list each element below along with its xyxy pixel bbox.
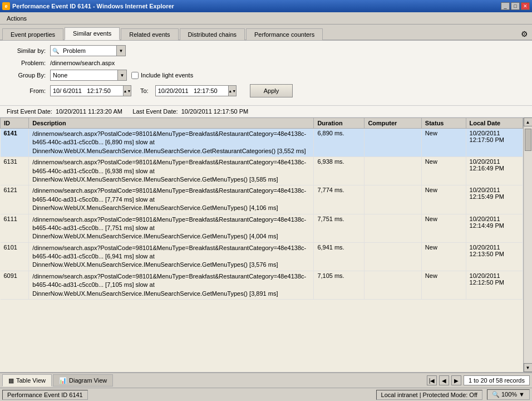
group-by-dropdown-btn[interactable]: ▼ — [117, 70, 126, 80]
cell-id: 6101 — [1, 242, 29, 271]
col-local-date[interactable]: Local Date — [466, 118, 523, 129]
last-event-value: 10/20/2011 12:17:50 PM — [181, 108, 248, 115]
zoom-level: 🔍 100% ▼ — [487, 389, 530, 400]
from-spin[interactable]: ▲▼ — [123, 86, 131, 96]
table-view-icon: ▦ — [8, 377, 14, 384]
cell-duration: 6,890 ms. — [314, 129, 364, 157]
bottom-bar: ▦ Table View 📊 Diagram View |◀ ◀ ▶ 1 to … — [0, 372, 532, 388]
table-wrapper: ID Description Duration Computer Status … — [0, 118, 532, 372]
similar-by-input[interactable] — [61, 46, 116, 56]
minimize-button[interactable]: _ — [501, 2, 510, 10]
cell-id: 6091 — [1, 271, 29, 299]
menu-bar: Actions — [0, 12, 532, 25]
problem-label: Problem: — [7, 60, 46, 66]
group-by-input[interactable] — [51, 70, 117, 80]
window-title: Performance Event ID 6141 - Windows Inte… — [12, 3, 174, 9]
scroll-down[interactable]: ▼ — [524, 363, 533, 372]
cell-computer — [364, 242, 421, 271]
group-by-label: Group By: — [7, 72, 46, 79]
cell-status: New — [421, 129, 466, 157]
scroll-up[interactable]: ▲ — [524, 118, 533, 126]
to-label: To: — [140, 87, 149, 94]
col-description[interactable]: Description — [29, 118, 314, 129]
similar-by-label: Similar by: — [7, 47, 46, 54]
table-row[interactable]: 6121/dinnernow/search.aspx?PostalCode=98… — [1, 185, 523, 214]
cell-id: 6131 — [1, 157, 29, 185]
col-computer[interactable]: Computer — [364, 118, 421, 129]
cell-duration: 6,938 ms. — [314, 157, 364, 185]
window-controls: _ □ ✕ — [501, 2, 530, 10]
tab-bar: Event properties Similar events Related … — [0, 25, 532, 41]
security-status: Local intranet | Protected Mode: Off — [376, 390, 482, 400]
tab-related-events[interactable]: Related events — [121, 28, 178, 40]
cell-id: 6141 — [1, 129, 29, 157]
settings-icon[interactable]: ⚙ — [519, 28, 530, 40]
scroll-thumb[interactable] — [525, 129, 531, 151]
col-duration[interactable]: Duration — [314, 118, 364, 129]
info-row: First Event Date: 10/20/2011 11:23:20 AM… — [0, 106, 532, 118]
form-area: Similar by: 🔍 ▼ Problem: /dinnernow/sear… — [0, 41, 532, 106]
page-info: 1 to 20 of 58 records — [464, 375, 530, 385]
table-row[interactable]: 6111/dinnernow/search.aspx?PostalCode=98… — [1, 214, 523, 242]
similar-by-row: Similar by: 🔍 ▼ — [7, 45, 525, 56]
include-light-checkbox[interactable] — [131, 72, 139, 79]
tab-distributed-chains[interactable]: Distributed chains — [180, 28, 245, 40]
apply-button[interactable]: Apply — [250, 84, 293, 97]
cell-computer — [364, 129, 421, 157]
cell-status: New — [421, 271, 466, 299]
from-input[interactable] — [51, 86, 123, 96]
tab-event-properties[interactable]: Event properties — [2, 28, 63, 40]
status-bar: Performance Event ID 6141 Local intranet… — [0, 388, 532, 401]
to-input[interactable] — [156, 86, 228, 96]
table-row[interactable]: 6091/dinnernow/search.aspx?PostalCode=98… — [1, 271, 523, 299]
table-view-label: Table View — [16, 377, 46, 384]
cell-id: 6121 — [1, 185, 29, 214]
first-event-value: 10/20/2011 11:23:20 AM — [56, 108, 122, 115]
problem-value: /dinnernow/search.aspx — [50, 60, 115, 66]
include-light-label: Include light events — [131, 72, 193, 79]
vertical-scrollbar[interactable]: ▲ ▼ — [523, 118, 532, 372]
table-row[interactable]: 6101/dinnernow/search.aspx?PostalCode=98… — [1, 242, 523, 271]
zoom-icon[interactable]: 🔍 — [492, 391, 500, 398]
scroll-track[interactable] — [524, 126, 532, 363]
col-id[interactable]: ID — [1, 118, 29, 129]
col-status[interactable]: Status — [421, 118, 466, 129]
cell-description: /dinnernow/search.aspx?PostalCode=98101&… — [29, 157, 314, 185]
prev-page-btn[interactable]: ◀ — [439, 375, 449, 385]
window-content: Event properties Similar events Related … — [0, 25, 532, 388]
table-row[interactable]: 6131/dinnernow/search.aspx?PostalCode=98… — [1, 157, 523, 185]
group-by-dropdown[interactable]: ▼ — [50, 70, 127, 81]
from-datetime[interactable]: ▲▼ — [50, 85, 131, 96]
cell-computer — [364, 214, 421, 242]
cell-local-date: 10/20/201112:16:49 PM — [466, 157, 523, 185]
diagram-view-tab[interactable]: 📊 Diagram View — [53, 374, 113, 387]
to-spin[interactable]: ▲▼ — [228, 86, 236, 96]
zoom-value: 100% — [501, 391, 517, 398]
table-scroll[interactable]: ID Description Duration Computer Status … — [0, 118, 523, 372]
tab-performance-counters[interactable]: Performance counters — [246, 28, 323, 40]
similar-by-dropdown[interactable]: 🔍 ▼ — [50, 45, 126, 56]
diagram-view-label: Diagram View — [69, 377, 107, 384]
tab-similar-events[interactable]: Similar events — [65, 27, 120, 40]
cell-local-date: 10/20/201112:12:50 PM — [466, 271, 523, 299]
maximize-button[interactable]: □ — [511, 2, 520, 10]
title-bar: e Performance Event ID 6141 - Windows In… — [0, 0, 532, 12]
actions-menu[interactable]: Actions — [2, 14, 31, 23]
cell-description: /dinnernow/search.aspx?PostalCode=98101&… — [29, 185, 314, 214]
close-button[interactable]: ✕ — [521, 2, 530, 10]
last-event-label: Last Event Date: — [132, 108, 178, 115]
next-page-btn[interactable]: ▶ — [451, 375, 461, 385]
table-row[interactable]: 6141/dinnernow/search.aspx?PostalCode=98… — [1, 129, 523, 157]
pagination: |◀ ◀ ▶ 1 to 20 of 58 records — [427, 375, 530, 385]
similar-by-dropdown-btn[interactable]: ▼ — [116, 46, 125, 56]
problem-row: Problem: /dinnernow/search.aspx — [7, 60, 525, 66]
table-view-tab[interactable]: ▦ Table View — [2, 374, 52, 387]
cell-status: New — [421, 242, 466, 271]
events-table: ID Description Duration Computer Status … — [0, 118, 523, 300]
cell-description: /dinnernow/search.aspx?PostalCode=98101&… — [29, 214, 314, 242]
first-page-btn[interactable]: |◀ — [427, 375, 437, 385]
cell-description: /dinnernow/search.aspx?PostalCode=98101&… — [29, 242, 314, 271]
cell-local-date: 10/20/201112:15:49 PM — [466, 185, 523, 214]
zoom-dropdown-btn[interactable]: ▼ — [519, 391, 525, 398]
to-datetime[interactable]: ▲▼ — [155, 85, 237, 96]
